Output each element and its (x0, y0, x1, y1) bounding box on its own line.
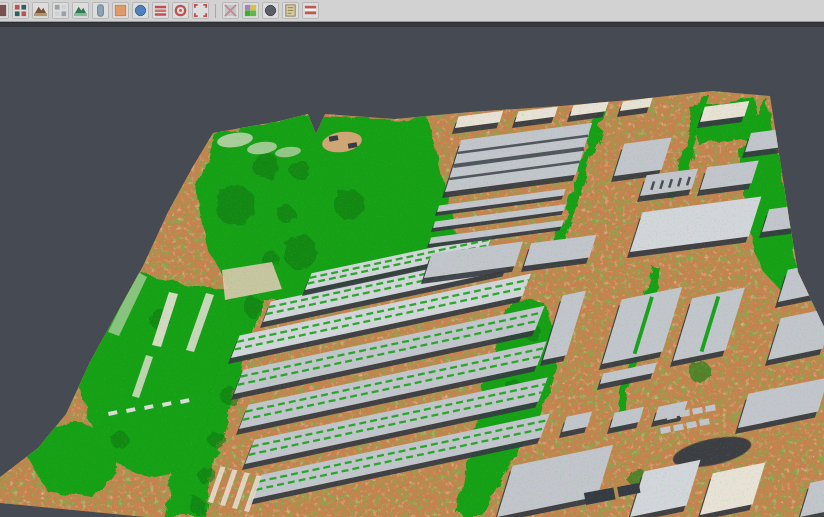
app-window (0, 0, 824, 517)
classify-points-icon[interactable] (12, 2, 29, 19)
classification-mosaic-icon[interactable] (242, 2, 259, 19)
globe-icon[interactable] (132, 2, 149, 19)
terrain-dsm-icon[interactable] (72, 2, 89, 19)
measure-report-icon[interactable] (282, 2, 299, 19)
terrain-dem-icon[interactable] (32, 2, 49, 19)
clipped-tool-icon[interactable] (0, 2, 9, 19)
toolbar (0, 0, 824, 22)
target-circle-icon[interactable] (172, 2, 189, 19)
profile-bar-icon[interactable] (92, 2, 109, 19)
stacked-layers-icon[interactable] (152, 2, 169, 19)
flag-stripes-icon[interactable] (302, 2, 319, 19)
3d-viewport[interactable] (0, 23, 824, 517)
dark-sphere-icon[interactable] (262, 2, 279, 19)
grid-cross-icon[interactable] (222, 2, 239, 19)
toolbar-separator (215, 4, 216, 18)
clip-box-brackets-icon[interactable] (192, 2, 209, 19)
ortho-image-icon[interactable] (112, 2, 129, 19)
terrain (0, 80, 824, 517)
viewport-top-line (0, 23, 824, 27)
point-cloud-scene (0, 23, 824, 517)
select-points-icon[interactable] (52, 2, 69, 19)
